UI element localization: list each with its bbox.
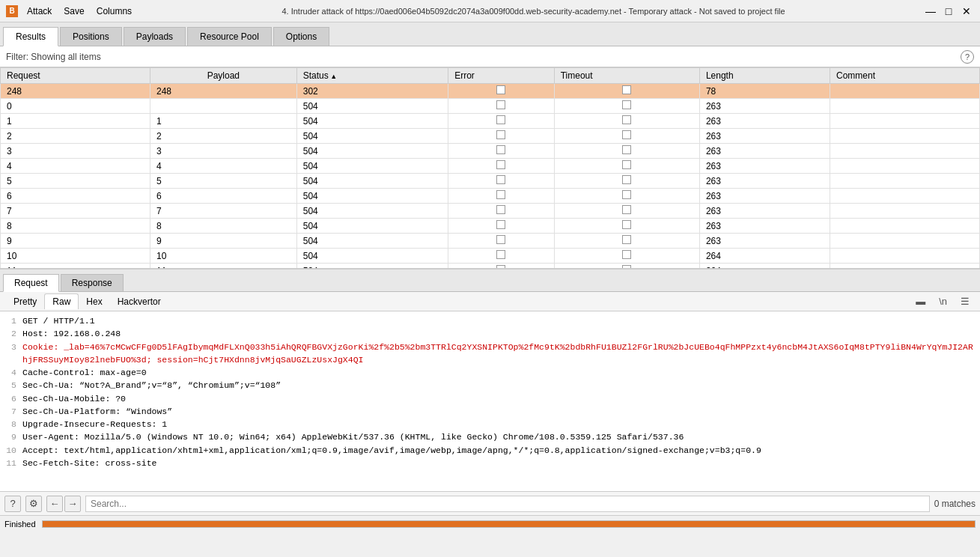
cell-timeout-checkbox[interactable] <box>622 160 631 169</box>
subtab-pretty[interactable]: Pretty <box>6 294 44 309</box>
prev-button[interactable]: ← <box>46 496 63 512</box>
filter-help-button[interactable]: ? <box>961 50 974 64</box>
subtab-bar: Pretty Raw Hex Hackvertor ▬ \n ☰ <box>0 292 980 311</box>
table-row[interactable]: 1010504264 <box>1 249 980 264</box>
cell-timeout <box>554 144 699 159</box>
cell-error <box>448 84 555 99</box>
cell-error-checkbox[interactable] <box>496 175 505 184</box>
table-row[interactable]: 1111504264 <box>1 264 980 270</box>
filter-text: Filter: Showing all items <box>6 52 961 62</box>
col-payload[interactable]: Payload <box>150 68 297 84</box>
cell-timeout-checkbox[interactable] <box>622 100 631 109</box>
progress-fill <box>43 521 975 527</box>
cell-timeout-checkbox[interactable] <box>622 145 631 154</box>
line-number: 9 <box>6 430 16 443</box>
panel-tab-request[interactable]: Request <box>3 274 59 292</box>
matches-count: 0 matches <box>934 499 976 509</box>
table-row[interactable]: 11504263 <box>1 114 980 129</box>
cell-length: 263 <box>699 129 830 144</box>
cell-error <box>448 234 555 249</box>
cell-timeout-checkbox[interactable] <box>622 220 631 229</box>
col-status[interactable]: Status <box>296 68 448 84</box>
cell-status: 504 <box>296 129 448 144</box>
col-timeout[interactable]: Timeout <box>554 68 699 84</box>
cell-payload: 1 <box>150 114 297 129</box>
menu-columns[interactable]: Columns <box>92 4 136 18</box>
cell-status: 504 <box>296 264 448 270</box>
panel-tab-response[interactable]: Response <box>61 274 124 291</box>
search-input[interactable] <box>85 496 930 512</box>
cell-error-checkbox[interactable] <box>496 220 505 229</box>
maximize-button[interactable]: □ <box>941 4 956 19</box>
cell-error-checkbox[interactable] <box>496 160 505 169</box>
titlebar: B Attack Save Columns 4. Intruder attack… <box>0 0 980 22</box>
cell-error-checkbox[interactable] <box>496 250 505 259</box>
line-content: Sec-Ch-Ua-Platform: “Windows” <box>22 405 974 418</box>
line-number: 1 <box>6 314 16 327</box>
table-row[interactable]: 88504263 <box>1 219 980 234</box>
help-button[interactable]: ? <box>4 496 21 512</box>
cell-timeout-checkbox[interactable] <box>622 190 631 199</box>
cell-request: 6 <box>1 189 150 204</box>
table-row[interactable]: 44504263 <box>1 159 980 174</box>
subtab-hex[interactable]: Hex <box>79 294 109 309</box>
tab-results[interactable]: Results <box>3 27 58 46</box>
cell-length: 263 <box>699 174 830 189</box>
newline-icon[interactable]: \n <box>934 294 952 308</box>
table-row[interactable]: 66504263 <box>1 189 980 204</box>
cell-error <box>448 264 555 270</box>
cell-timeout <box>554 189 699 204</box>
cell-timeout <box>554 99 699 114</box>
table-row[interactable]: 99504263 <box>1 234 980 249</box>
tab-positions[interactable]: Positions <box>60 27 122 46</box>
cell-comment <box>830 144 980 159</box>
table-row[interactable]: 33504263 <box>1 144 980 159</box>
cell-error-checkbox[interactable] <box>496 100 505 109</box>
cell-error-checkbox[interactable] <box>496 115 505 124</box>
nav-buttons: ← → <box>46 496 81 512</box>
cell-error-checkbox[interactable] <box>496 235 505 244</box>
cell-timeout-checkbox[interactable] <box>622 85 631 94</box>
cell-length: 263 <box>699 189 830 204</box>
tab-resource-pool[interactable]: Resource Pool <box>187 27 272 46</box>
cell-timeout-checkbox[interactable] <box>622 250 631 259</box>
subtab-raw[interactable]: Raw <box>44 293 79 309</box>
cell-request: 5 <box>1 174 150 189</box>
table-row[interactable]: 55504263 <box>1 174 980 189</box>
table-row[interactable]: 24824830278 <box>1 84 980 99</box>
menu-attack[interactable]: Attack <box>22 4 56 18</box>
code-line: 5Sec-Ch-Ua: “Not?A_Brand”;v=“8”, “Chromi… <box>6 379 974 392</box>
cell-timeout-checkbox[interactable] <box>622 205 631 214</box>
tab-options[interactable]: Options <box>273 27 329 46</box>
menu-save[interactable]: Save <box>59 4 88 18</box>
cell-error-checkbox[interactable] <box>496 205 505 214</box>
col-error[interactable]: Error <box>448 68 555 84</box>
cell-error-checkbox[interactable] <box>496 85 505 94</box>
cell-error-checkbox[interactable] <box>496 190 505 199</box>
code-line: 9User-Agent: Mozilla/5.0 (Windows NT 10.… <box>6 430 974 443</box>
settings-button[interactable]: ⚙ <box>25 496 42 512</box>
cell-timeout-checkbox[interactable] <box>622 235 631 244</box>
line-content: Cache-Control: max-age=0 <box>22 366 974 379</box>
more-icon[interactable]: ☰ <box>956 294 974 308</box>
format-icon[interactable]: ▬ <box>911 294 930 308</box>
table-row[interactable]: 22504263 <box>1 129 980 144</box>
cell-timeout-checkbox[interactable] <box>622 175 631 184</box>
col-length[interactable]: Length <box>699 68 830 84</box>
minimize-button[interactable]: — <box>923 4 938 19</box>
cell-comment <box>830 234 980 249</box>
table-row[interactable]: 0504263 <box>1 99 980 114</box>
next-button[interactable]: → <box>64 496 81 512</box>
subtab-hackvertor[interactable]: Hackvertor <box>110 294 168 309</box>
cell-request: 1 <box>1 114 150 129</box>
cell-error-checkbox[interactable] <box>496 145 505 154</box>
col-comment[interactable]: Comment <box>830 68 980 84</box>
table-row[interactable]: 77504263 <box>1 204 980 219</box>
cell-error-checkbox[interactable] <box>496 130 505 139</box>
tab-payloads[interactable]: Payloads <box>124 27 186 46</box>
col-request[interactable]: Request <box>1 68 150 84</box>
cell-timeout-checkbox[interactable] <box>622 115 631 124</box>
cell-status: 504 <box>296 204 448 219</box>
close-button[interactable]: ✕ <box>959 4 974 19</box>
cell-timeout-checkbox[interactable] <box>622 130 631 139</box>
